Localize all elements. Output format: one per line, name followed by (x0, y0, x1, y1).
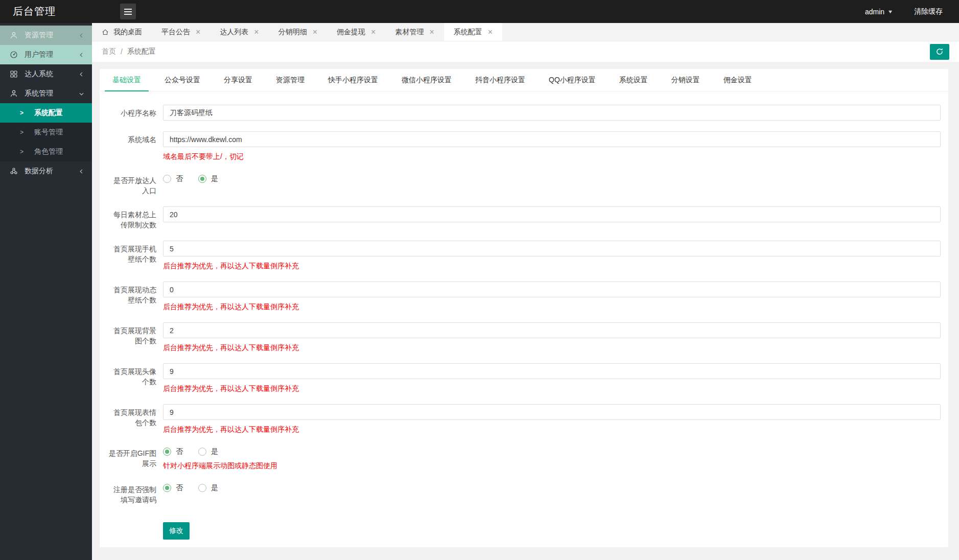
breadcrumb-home[interactable]: 首页 (102, 47, 116, 56)
grid-icon (10, 70, 18, 78)
home-phone-wallpaper-count-input[interactable] (163, 241, 941, 256)
settings-tab-commission[interactable]: 佣金设置 (716, 69, 760, 91)
settings-card: 基础设置公众号设置分享设置资源管理快手小程序设置微信小程序设置抖音小程序设置QQ… (100, 69, 948, 547)
tab-label: 分销明细 (278, 28, 307, 37)
open-talent-entry-radio-1[interactable]: 是 (198, 174, 218, 183)
sidebar-item-label: 用户管理 (25, 50, 79, 59)
close-icon[interactable]: × (429, 28, 434, 36)
radio-label: 是 (211, 483, 218, 493)
field-label: 首页展现动态壁纸个数 (107, 282, 156, 312)
settings-tab-label: 系统设置 (619, 76, 648, 84)
settings-tab-system[interactable]: 系统设置 (612, 69, 656, 91)
form-row-home-phone-wallpaper-count: 首页展现手机壁纸个数后台推荐为优先，再以达人下载量倒序补充 (107, 241, 941, 271)
daily-upload-limit-input[interactable] (163, 206, 941, 222)
settings-tab-label: QQ小程序设置 (549, 76, 596, 84)
field-hint: 后台推荐为优先，再以达人下载量倒序补充 (163, 302, 941, 312)
radio-icon (198, 484, 206, 492)
chevron-left-icon (79, 169, 84, 174)
settings-tab-douyin-mini[interactable]: 抖音小程序设置 (467, 69, 533, 91)
tab-material-manage[interactable]: 素材管理× (385, 23, 443, 41)
settings-tab-basic[interactable]: 基础设置 (105, 69, 149, 91)
mini-program-name-input[interactable] (163, 105, 941, 121)
tab-label: 我的桌面 (113, 28, 142, 37)
sidebar-item-system-manage[interactable]: 系统管理 (0, 84, 92, 103)
form-row-home-emoji-count: 首页展现表情包个数后台推荐为优先，再以达人下载量倒序补充 (107, 404, 941, 434)
close-icon[interactable]: × (254, 28, 259, 36)
radio-label: 否 (176, 174, 183, 183)
form-row-home-background-count: 首页展现背景图个数后台推荐为优先，再以达人下载量倒序补充 (107, 322, 941, 353)
home-dynamic-wallpaper-count-input[interactable] (163, 282, 941, 297)
chevron-down-icon (79, 91, 84, 97)
settings-tab-wechat-mini[interactable]: 微信小程序设置 (394, 69, 459, 91)
home-avatar-count-input[interactable] (163, 363, 941, 379)
tab-talent-list[interactable]: 达人列表× (210, 23, 268, 41)
field-hint: 后台推荐为优先，再以达人下载量倒序补充 (163, 425, 941, 434)
submit-button[interactable]: 修改 (163, 522, 190, 540)
user-icon (10, 31, 18, 39)
sidebar-item-label: 系统管理 (25, 89, 79, 98)
settings-tab-label: 资源管理 (276, 76, 305, 84)
user-menu[interactable]: admin ▼ (865, 8, 893, 16)
gif-display-radio-1[interactable]: 是 (198, 447, 218, 456)
register-invite-code-radio-0[interactable]: 否 (163, 483, 183, 493)
register-invite-code-radio-1[interactable]: 是 (198, 483, 218, 493)
sidebar-item-data-analysis[interactable]: 数据分析 (0, 161, 92, 181)
home-background-count-input[interactable] (163, 322, 941, 338)
sidebar-item-user-manage[interactable]: 用户管理 (0, 45, 92, 64)
sidebar-subitem-system-config[interactable]: >系统配置 (0, 103, 92, 123)
radio-icon (198, 448, 206, 456)
close-icon[interactable]: × (488, 28, 493, 36)
settings-tab-resource[interactable]: 资源管理 (268, 69, 312, 91)
close-icon[interactable]: × (371, 28, 376, 36)
form-row-open-talent-entry: 是否开放达人入口否是 (107, 172, 941, 196)
settings-tab-qq-mini[interactable]: QQ小程序设置 (541, 69, 603, 91)
gif-display-radio-group: 否是 (163, 445, 941, 456)
breadcrumb-bar: 首页 / 系统配置 (92, 41, 959, 62)
refresh-icon (935, 48, 944, 56)
gif-display-radio-0[interactable]: 否 (163, 447, 183, 456)
open-talent-entry-radio-0[interactable]: 否 (163, 174, 183, 183)
sidebar-subitem-label: 账号管理 (34, 128, 63, 137)
sidebar-item-talent-system[interactable]: 达人系统 (0, 64, 92, 84)
breadcrumb-current: 系统配置 (127, 47, 156, 56)
form-row-register-invite-code: 注册是否强制填写邀请码否是 (107, 481, 941, 505)
clear-cache-button[interactable]: 清除缓存 (914, 7, 943, 16)
system-domain-input[interactable] (163, 131, 941, 147)
close-icon[interactable]: × (313, 28, 317, 36)
tab-my-desktop[interactable]: 我的桌面 (92, 23, 152, 41)
tab-platform-announcement[interactable]: 平台公告× (152, 23, 210, 41)
field-label: 首页展现头像个数 (107, 363, 156, 393)
tab-distribution-detail[interactable]: 分销明细× (269, 23, 327, 41)
sidebar-menu: 资源管理用户管理达人系统系统管理>系统配置>账号管理>角色管理数据分析 (0, 26, 92, 181)
submit-row: 修改 (107, 522, 941, 540)
home-emoji-count-input[interactable] (163, 404, 941, 420)
form-row-home-dynamic-wallpaper-count: 首页展现动态壁纸个数后台推荐为优先，再以达人下载量倒序补充 (107, 282, 941, 312)
field-hint: 域名最后不要带上/，切记 (163, 152, 941, 161)
close-icon[interactable]: × (196, 28, 200, 36)
radio-label: 是 (211, 174, 218, 183)
field-label: 每日素材总上传限制次数 (107, 206, 156, 230)
radio-label: 是 (211, 447, 218, 456)
settings-tab-label: 佣金设置 (723, 76, 752, 84)
settings-tabs: 基础设置公众号设置分享设置资源管理快手小程序设置微信小程序设置抖音小程序设置QQ… (100, 69, 948, 91)
tab-label: 佣金提现 (337, 28, 365, 37)
tab-commission-withdraw[interactable]: 佣金提现× (327, 23, 385, 41)
sidebar-submenu: >系统配置>账号管理>角色管理 (0, 103, 92, 161)
sidebar-subitem-role-manage[interactable]: >角色管理 (0, 142, 92, 161)
settings-tab-official-account[interactable]: 公众号设置 (157, 69, 208, 91)
admin-user-icon (10, 89, 18, 98)
tab-system-config[interactable]: 系统配置× (444, 23, 502, 41)
sidebar-item-resource-manage[interactable]: 资源管理 (0, 26, 92, 45)
arrow-right-icon: > (20, 109, 24, 116)
cloud-icon (10, 167, 18, 175)
refresh-button[interactable] (930, 44, 949, 60)
chevron-left-icon (79, 72, 84, 77)
chevron-down-icon: ▼ (887, 9, 894, 14)
menu-toggle-button[interactable] (120, 4, 136, 19)
sidebar-subitem-account-manage[interactable]: >账号管理 (0, 123, 92, 142)
radio-label: 否 (176, 483, 183, 493)
settings-tab-share[interactable]: 分享设置 (216, 69, 260, 91)
settings-tab-kuaishou-mini[interactable]: 快手小程序设置 (320, 69, 386, 91)
field-label: 首页展现背景图个数 (107, 322, 156, 353)
settings-tab-distribution[interactable]: 分销设置 (664, 69, 708, 91)
